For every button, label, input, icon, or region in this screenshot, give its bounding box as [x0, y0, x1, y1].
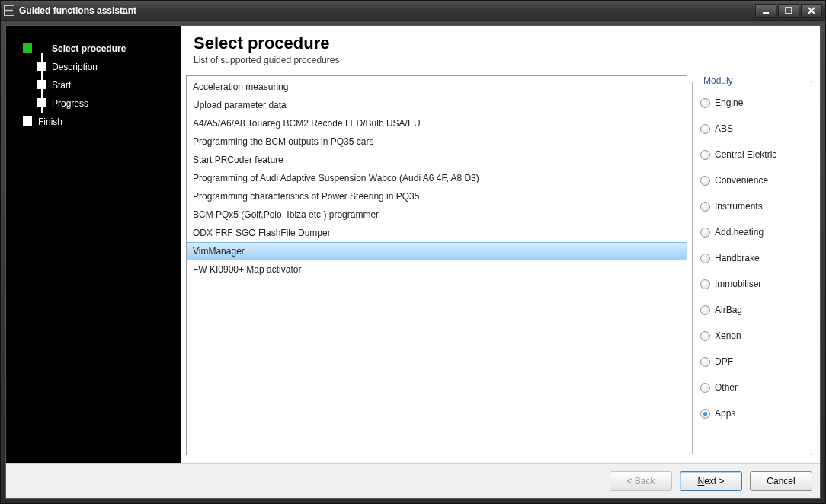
module-radio-group: EngineABSCentral ElektricConvenienceInst… [700, 92, 804, 424]
cancel-label: Cancel [767, 476, 795, 486]
main-header: Select procedure List of supported guide… [181, 26, 820, 72]
module-label: Engine [715, 97, 743, 108]
step-label: Finish [38, 116, 62, 127]
step-label: Progress [52, 98, 88, 109]
procedure-item[interactable]: BCM PQx5 (Golf,Polo, Ibiza etc ) program… [187, 206, 687, 224]
wizard-sidebar: Select procedure Description Start Progr… [6, 26, 181, 463]
module-option[interactable]: Engine [700, 92, 804, 113]
procedure-list[interactable]: Acceleration measuringUpload parameter d… [187, 76, 687, 280]
module-label: Handbrake [715, 253, 760, 263]
module-label: Apps [715, 408, 735, 419]
module-label: DPF [715, 356, 733, 367]
module-label: Xenon [715, 330, 741, 341]
module-option[interactable]: DPF [700, 351, 804, 372]
module-option[interactable]: Add.heating [700, 222, 804, 243]
module-label: Convenience [715, 175, 768, 186]
step-progress[interactable]: Progress [18, 94, 174, 113]
step-description[interactable]: Description [18, 58, 174, 76]
close-button[interactable] [801, 4, 822, 18]
radio-icon[interactable] [700, 279, 710, 289]
wizard-footer: < Back Next > Cancel [6, 463, 820, 498]
next-button[interactable]: Next > [680, 471, 742, 491]
main-body: Acceleration measuringUpload parameter d… [181, 72, 820, 463]
wizard-steps: Select procedure Description Start Progr… [18, 40, 174, 131]
back-button[interactable]: < Back [610, 471, 672, 491]
app-icon [4, 5, 14, 16]
module-option[interactable]: Other [700, 377, 804, 398]
window: Guided functions assistant Select proced… [0, 0, 826, 504]
svg-rect-0 [5, 9, 13, 11]
procedure-item[interactable]: Acceleration measuring [187, 78, 687, 96]
svg-rect-2 [786, 8, 792, 14]
module-option[interactable]: Central Elektric [700, 144, 804, 165]
module-option[interactable]: ABS [700, 118, 804, 139]
minimize-button[interactable] [755, 4, 776, 18]
window-controls [755, 4, 822, 18]
main-panel: Select procedure List of supported guide… [181, 26, 820, 463]
module-option[interactable]: Apps [700, 403, 804, 424]
procedure-item[interactable]: VimManager [187, 242, 687, 260]
procedure-item[interactable]: FW KI0900+ Map activator [187, 260, 687, 279]
page-title: Select procedure [194, 33, 808, 53]
step-label: Select procedure [52, 43, 126, 54]
module-option[interactable]: Xenon [700, 325, 804, 346]
procedure-item[interactable]: Upload parameter data [187, 96, 687, 114]
maximize-button[interactable] [778, 4, 799, 18]
module-option[interactable]: Convenience [700, 170, 804, 191]
radio-icon[interactable] [700, 357, 710, 367]
radio-icon[interactable] [700, 98, 710, 108]
module-label: Immobiliser [715, 279, 761, 289]
modules-fieldset: Moduły EngineABSCentral ElektricConvenie… [692, 75, 812, 455]
module-label: Add.heating [715, 227, 764, 238]
radio-icon[interactable] [700, 254, 710, 263]
procedure-list-panel: Acceleration measuringUpload parameter d… [186, 75, 687, 455]
procedure-item[interactable]: Programming the BCM outputs in PQ35 cars [187, 132, 687, 151]
module-label: Central Elektric [715, 149, 776, 160]
procedure-item[interactable]: Start PRCoder feature [187, 151, 687, 169]
procedure-item[interactable]: A4/A5/A6/A8 Touareg BCM2 Recode LED/Bulb… [187, 114, 687, 132]
window-title: Guided functions assistant [19, 5, 755, 16]
module-label: ABS [715, 123, 733, 134]
page-subtitle: List of supported guided procedures [194, 55, 808, 65]
procedure-item[interactable]: Programming of Audi Adaptive Suspension … [187, 169, 687, 187]
modules-legend: Moduły [700, 75, 736, 86]
step-finish[interactable]: Finish [18, 113, 174, 131]
procedure-item[interactable]: Programming characteristics of Power Ste… [187, 187, 687, 206]
module-option[interactable]: Instruments [700, 196, 804, 217]
upper-area: Select procedure Description Start Progr… [6, 26, 820, 463]
module-label: AirBag [715, 305, 742, 315]
radio-icon[interactable] [700, 124, 710, 134]
radio-icon[interactable] [700, 409, 710, 419]
radio-icon[interactable] [700, 202, 710, 212]
procedure-item[interactable]: ODX FRF SGO FlashFile Dumper [187, 224, 687, 242]
titlebar[interactable]: Guided functions assistant [1, 1, 825, 21]
step-select-procedure[interactable]: Select procedure [18, 40, 174, 58]
module-option[interactable]: Handbrake [700, 247, 804, 269]
module-option[interactable]: AirBag [700, 299, 804, 321]
radio-icon[interactable] [700, 331, 710, 341]
content-area: Select procedure Description Start Progr… [5, 25, 821, 499]
radio-icon[interactable] [700, 305, 710, 315]
next-suffix: ext > [704, 476, 724, 486]
step-label: Description [52, 62, 98, 72]
step-start[interactable]: Start [18, 76, 174, 94]
module-label: Instruments [715, 201, 763, 212]
module-label: Other [715, 382, 738, 393]
radio-icon[interactable] [700, 150, 710, 160]
module-option[interactable]: Immobiliser [700, 273, 804, 295]
radio-icon[interactable] [700, 383, 710, 393]
next-accel: N [697, 476, 704, 486]
step-label: Start [52, 80, 71, 91]
radio-icon[interactable] [700, 228, 710, 238]
radio-icon[interactable] [700, 176, 710, 186]
cancel-button[interactable]: Cancel [750, 471, 812, 491]
back-label: < Back [626, 476, 655, 486]
svg-rect-1 [763, 12, 769, 14]
module-panel: Moduły EngineABSCentral ElektricConvenie… [692, 75, 812, 455]
